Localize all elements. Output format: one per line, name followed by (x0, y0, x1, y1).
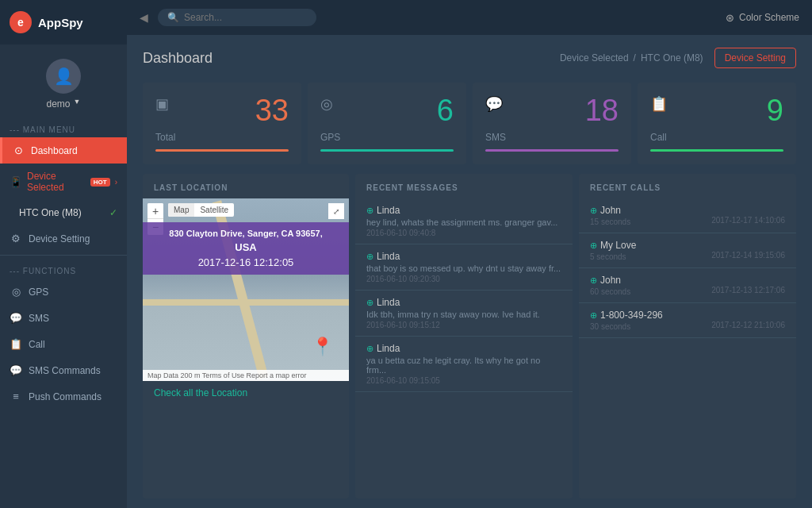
contact-icon: ⊕ (590, 275, 597, 286)
map-datetime: 2017-12-16 12:12:05 (149, 256, 343, 268)
message-list-item[interactable]: ⊕ Linda that boy is so messed up. why dn… (355, 244, 573, 291)
functions-label: --- FUNCTIONS (0, 259, 127, 279)
map-zoom-in-button[interactable]: + (147, 203, 163, 219)
call-list-item[interactable]: ⊕ John 15 seconds 2017-12-17 14:10:06 (579, 198, 796, 233)
map-country: USA (149, 241, 343, 253)
contact-icon: ⊕ (590, 241, 597, 251)
contact-icon: ⊕ (590, 206, 597, 216)
map-fullscreen-button[interactable]: ⤢ (328, 203, 344, 219)
checkmark-icon: ✓ (109, 207, 117, 218)
push-commands-label: Push Commands (29, 391, 102, 402)
page-title: Dashboard (143, 50, 213, 67)
chevron-right-icon: › (115, 178, 117, 187)
message-list-item[interactable]: ⊕ Linda ya u betta cuz he legit cray. It… (355, 337, 573, 392)
call-duration: 5 seconds (590, 252, 626, 261)
sms-icon: 💬 (10, 312, 22, 324)
message-text: hey lind, whats the assignment ms. grang… (366, 217, 561, 227)
message-contact-name: ⊕ Linda (366, 343, 561, 354)
search-input[interactable] (184, 12, 295, 23)
call-time: 2017-12-14 19:15:06 (711, 251, 785, 261)
contact-icon: ⊕ (590, 310, 597, 321)
sms-stat-label: SMS (485, 132, 619, 143)
call-duration: 60 seconds (590, 287, 630, 296)
call-contact-name: ⊕ John (590, 275, 785, 286)
messages-panel-title: RECENT MESSAGES (355, 174, 573, 198)
call-stat-label: Call (650, 132, 783, 143)
message-contact-name: ⊕ Linda (366, 251, 561, 262)
call-list-item[interactable]: ⊕ 1-800-349-296 30 seconds 2017-12-12 21… (579, 303, 796, 338)
device-icon: 📱 (10, 176, 22, 188)
sidebar-item-sms-commands[interactable]: 💬 SMS Commands (0, 357, 127, 383)
color-scheme-label: Color Scheme (739, 12, 799, 23)
logo-icon: e (10, 11, 32, 33)
sms-value: 18 (585, 95, 619, 125)
gps-value: 6 (437, 95, 454, 125)
call-contact-name: ⊕ 1-800-349-296 (590, 310, 785, 321)
contact-icon: ⊕ (366, 298, 373, 308)
calls-panel-title: RECENT CALLS (579, 174, 796, 198)
map-footer: Map Data 200 m Terms of Use Report a map… (143, 370, 349, 381)
sidebar-item-sms[interactable]: 💬 SMS (0, 305, 127, 331)
call-contact-name: ⊕ My Love (590, 240, 785, 251)
message-list-item[interactable]: ⊕ Linda Idk tbh, imma try n stay away no… (355, 291, 573, 337)
message-list-item[interactable]: ⊕ Linda hey lind, whats the assignment m… (355, 198, 573, 244)
sidebar-item-device-setting[interactable]: ⚙ Device Setting (0, 225, 127, 252)
map-type-satellite[interactable]: Satellite (194, 203, 234, 217)
messages-panel: RECENT MESSAGES ⊕ Linda hey lind, whats … (355, 174, 573, 498)
total-icon: ▣ (155, 95, 169, 113)
sidebar-item-device-selected[interactable]: 📱 Device Selected HOT › (0, 164, 127, 200)
calls-panel: RECENT CALLS ⊕ John 15 seconds 2017-12-1… (579, 174, 796, 498)
message-contact-name: ⊕ Linda (366, 205, 561, 216)
main-content: ◀ 🔍 ⊛ Color Scheme Dashboard Device Sele… (127, 0, 812, 508)
gear-icon: ⚙ (10, 233, 22, 244)
sms-commands-label: SMS Commands (29, 365, 101, 376)
sidebar-item-device-name[interactable]: HTC One (M8) ✓ (0, 200, 127, 225)
bottom-panels: LAST LOCATION + − Map Satellite ⤢ 830 Cl… (127, 174, 812, 508)
message-time: 2016-06-10 09:40:8 (366, 229, 561, 237)
calls-list: ⊕ John 15 seconds 2017-12-17 14:10:06 ⊕ … (579, 198, 796, 338)
device-name-label: HTC One (M8) (19, 207, 82, 218)
sms-bar (485, 149, 619, 152)
search-icon: 🔍 (167, 12, 179, 23)
stat-cards: ▣ 33 Total ◎ 6 GPS 💬 18 SMS (127, 76, 812, 174)
device-selected-label: Device Selected (27, 171, 84, 193)
check-location-link[interactable]: Check all the Location (143, 381, 349, 405)
sms-commands-icon: 💬 (10, 364, 22, 376)
message-text: that boy is so messed up. why dnt u stay… (366, 264, 561, 273)
map-overlay: 830 Clayton Drive, Sanger, CA 93657, USA… (143, 222, 349, 275)
sidebar-item-gps[interactable]: ◎ GPS (0, 279, 127, 305)
message-text: ya u betta cuz he legit cray. Its why he… (366, 356, 561, 375)
location-panel-title: LAST LOCATION (143, 174, 349, 198)
map-type-bar: Map Satellite (168, 203, 234, 217)
device-selected-breadcrumb: Device Selected (560, 52, 629, 64)
sms-label: SMS (29, 313, 49, 324)
map-road-2 (143, 299, 349, 306)
sidebar: e AppSpy 👤 demo ▼ --- MAIN MENU ⊙ Dashbo… (0, 0, 127, 508)
sms-stat-icon: 💬 (485, 95, 503, 113)
dashboard-header: Dashboard Device Selected / HTC One (M8)… (127, 35, 812, 76)
device-setting-label: Device Setting (29, 233, 90, 244)
stat-card-call: 📋 9 Call (638, 83, 796, 164)
back-button[interactable]: ◀ (140, 11, 148, 24)
sidebar-divider (0, 255, 127, 256)
device-setting-button[interactable]: Device Setting (714, 48, 796, 68)
call-time: 2017-12-13 12:17:06 (711, 286, 785, 296)
app-logo: e AppSpy (0, 0, 127, 44)
call-value: 9 (767, 95, 783, 125)
message-text: Idk tbh, imma try n stay away now. Ive h… (366, 310, 561, 319)
color-scheme-btn[interactable]: ⊛ Color Scheme (726, 12, 799, 24)
color-scheme-icon: ⊛ (726, 12, 734, 24)
total-label: Total (155, 132, 289, 143)
sidebar-item-dashboard[interactable]: ⊙ Dashboard (0, 137, 127, 164)
call-list-item[interactable]: ⊕ My Love 5 seconds 2017-12-14 19:15:06 (579, 233, 796, 268)
contact-icon: ⊕ (366, 252, 373, 262)
call-time: 2017-12-12 21:10:06 (711, 321, 785, 331)
map-type-map[interactable]: Map (168, 203, 194, 217)
location-panel: LAST LOCATION + − Map Satellite ⤢ 830 Cl… (143, 174, 349, 498)
sidebar-item-call[interactable]: 📋 Call (0, 331, 127, 357)
call-list-item[interactable]: ⊕ John 60 seconds 2017-12-13 12:17:06 (579, 268, 796, 303)
call-duration: 30 seconds (590, 322, 630, 331)
map-area: + − Map Satellite ⤢ 830 Clayton Drive, S… (143, 198, 349, 381)
user-avatar-section: 👤 demo ▼ (0, 44, 127, 117)
sidebar-item-push-commands[interactable]: ≡ Push Commands (0, 383, 127, 410)
